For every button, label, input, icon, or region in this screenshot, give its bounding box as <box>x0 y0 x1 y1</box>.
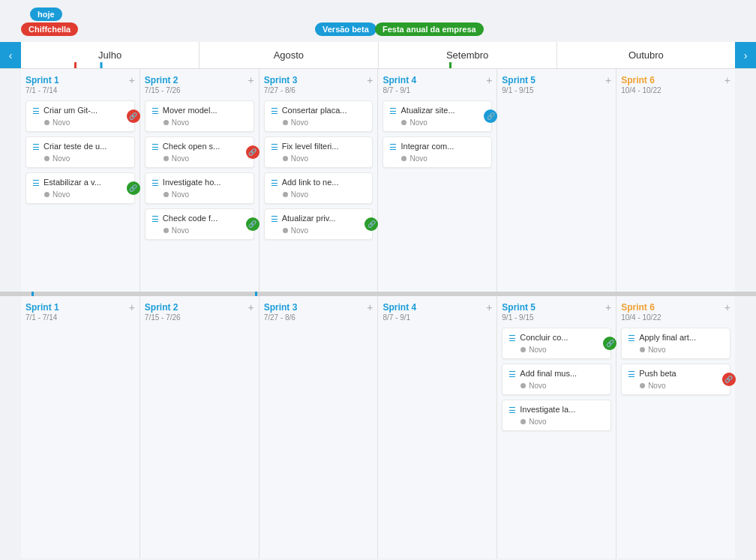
board-divider <box>0 292 756 296</box>
status-text: Novo <box>648 346 665 354</box>
top-tags-bar: hoje Chiffchella Versão beta Festa anual… <box>0 0 756 42</box>
status-text: Novo <box>291 190 308 199</box>
status-dot <box>44 120 50 125</box>
month-agosto: Agosto <box>200 42 378 68</box>
task-title: Consertar placa... <box>282 106 347 115</box>
task-title: Apply final art... <box>639 333 696 342</box>
link-badge-red: 🔗 <box>246 145 260 159</box>
status-text: Novo <box>52 118 70 127</box>
b2-sprint-1-add[interactable]: + <box>129 302 135 313</box>
task-title: Atualizar priv... <box>282 214 336 223</box>
b2-sprint-1-col: Sprint 1 7/1 - 7/14 + <box>21 296 140 559</box>
link-badge-blue: 🔗 <box>484 109 497 123</box>
sprint-2-add[interactable]: + <box>248 75 254 85</box>
task-card[interactable]: ☰ Add link to ne... Novo <box>264 172 374 204</box>
task-title: Atualizar site... <box>400 106 454 115</box>
task-title: Check code f... <box>163 214 218 223</box>
b2-sprint-5-add[interactable]: + <box>605 302 611 313</box>
status-text: Novo <box>648 382 665 390</box>
sprint-3-dates: 7/27 - 8/6 <box>264 86 298 94</box>
task-title: Criar um Git-... <box>44 106 98 115</box>
task-icon: ☰ <box>628 370 635 379</box>
b2-sprint-6-col: Sprint 6 10/4 - 10/22 + ☰ Apply final ar… <box>616 296 735 559</box>
month-setembro-label: Setembro <box>446 49 488 61</box>
task-title: Check open s... <box>163 142 220 151</box>
task-card[interactable]: ☰ Investigate ho... Novo <box>145 172 254 204</box>
festa-tag: Festa anual da empresa <box>375 22 484 36</box>
b2-sprint-2-add[interactable]: + <box>248 302 254 313</box>
b2-sprint-4-title: Sprint 4 <box>382 302 416 313</box>
task-card[interactable]: ☰ Mover model... Novo <box>145 100 254 132</box>
task-card[interactable]: ☰ Estabilizar a v... Novo 🔗 <box>26 172 135 204</box>
status-dot <box>164 192 169 197</box>
status-dot <box>520 383 526 388</box>
nav-left-button[interactable]: ‹ <box>0 42 21 68</box>
sprint-6-add[interactable]: + <box>724 75 730 85</box>
status-text: Novo <box>172 226 189 235</box>
task-title: Investigate ho... <box>163 178 221 187</box>
task-card[interactable]: ☰ Apply final art... Novo <box>621 328 730 359</box>
status-dot <box>283 228 288 233</box>
b2-sprint-6-add[interactable]: + <box>724 302 730 313</box>
sprint-3-title: Sprint 3 <box>264 75 298 85</box>
task-icon: ☰ <box>508 370 516 379</box>
boards-container: Sprint 1 7/1 - 7/14 + ☰ Criar um Git-...… <box>0 69 756 559</box>
task-card[interactable]: ☰ Push beta Novo 🔗 <box>621 364 730 395</box>
sprint-1-add[interactable]: + <box>129 75 135 85</box>
chiffchella-tag: Chiffchella <box>21 22 78 36</box>
status-text: Novo <box>291 154 308 163</box>
task-icon: ☰ <box>508 406 516 415</box>
nav-right-button[interactable]: › <box>735 42 756 68</box>
b2-sprint-3-dates: 7/27 - 8/6 <box>264 313 298 322</box>
task-card[interactable]: ☰ Concluir co... Novo 🔗 <box>502 328 611 359</box>
sprint-5-add[interactable]: + <box>605 75 611 85</box>
status-text: Novo <box>291 118 308 127</box>
task-card[interactable]: ☰ Add final mus... Novo <box>502 364 611 395</box>
b2-sprint-4-col: Sprint 4 8/7 - 9/1 + <box>378 296 497 559</box>
status-dot <box>401 120 406 125</box>
b2-sprint-4-add[interactable]: + <box>486 302 492 313</box>
sprint-4-col: Sprint 4 8/7 - 9/1 + ☰ Atualizar site...… <box>378 69 497 292</box>
status-text: Novo <box>529 418 546 426</box>
status-dot <box>44 156 50 161</box>
sprint-2-title: Sprint 2 <box>145 75 181 85</box>
link-badge-green: 🔗 <box>364 217 378 231</box>
status-text: Novo <box>410 118 427 127</box>
sprint-6-dates: 10/4 - 10/22 <box>621 86 661 94</box>
link-badge-green: 🔗 <box>603 337 616 350</box>
sprint-4-add[interactable]: + <box>486 75 492 85</box>
status-text: Novo <box>410 154 427 163</box>
task-title: Integrar com... <box>400 142 454 151</box>
task-icon: ☰ <box>32 142 40 152</box>
task-card[interactable]: ☰ Check open s... Novo 🔗 <box>145 136 254 168</box>
b2-sprint-2-dates: 7/15 - 7/26 <box>145 313 181 322</box>
sprint-4-title: Sprint 4 <box>382 75 416 85</box>
task-card[interactable]: ☰ Atualizar priv... Novo 🔗 <box>264 208 374 240</box>
task-title: Fix level filteri... <box>282 142 339 151</box>
sprint-3-add[interactable]: + <box>367 75 373 85</box>
status-text: Novo <box>291 226 308 235</box>
b2-sprint-3-add[interactable]: + <box>367 302 373 313</box>
b2-sprint-3-col: Sprint 3 7/27 - 8/6 + <box>260 296 379 559</box>
status-dot <box>520 347 526 352</box>
b2-sprint-1-title: Sprint 1 <box>26 302 59 313</box>
link-badge: 🔗 <box>127 109 140 123</box>
sprint-1-dates: 7/1 - 7/14 <box>26 86 59 94</box>
status-dot <box>164 120 169 125</box>
task-card[interactable]: ☰ Criar um Git-... Novo 🔗 <box>26 100 135 132</box>
task-card[interactable]: ☰ Consertar placa... Novo <box>264 100 374 132</box>
status-text: Novo <box>529 382 546 390</box>
sprint-3-col: Sprint 3 7/27 - 8/6 + ☰ Consertar placa.… <box>260 69 379 292</box>
task-card[interactable]: ☰ Integrar com... Novo <box>382 136 492 168</box>
task-card[interactable]: ☰ Fix level filteri... Novo <box>264 136 374 168</box>
b2-sprint-5-col: Sprint 5 9/1 - 9/15 + ☰ Concluir co... N… <box>497 296 616 559</box>
task-card[interactable]: ☰ Investigate la... Novo <box>502 400 611 431</box>
status-text: Novo <box>52 154 70 163</box>
month-setembro: Setembro <box>379 42 557 68</box>
task-card[interactable]: ☰ Criar teste de u... Novo <box>26 136 135 168</box>
board-2-inner: Sprint 1 7/1 - 7/14 + Sprint 2 7/15 - 7/… <box>21 296 735 559</box>
task-card[interactable]: ☰ Atualizar site... Novo 🔗 <box>382 100 492 132</box>
task-icon: ☰ <box>628 334 635 343</box>
status-text: Novo <box>172 118 189 127</box>
task-card[interactable]: ☰ Check code f... Novo 🔗 <box>145 208 254 240</box>
